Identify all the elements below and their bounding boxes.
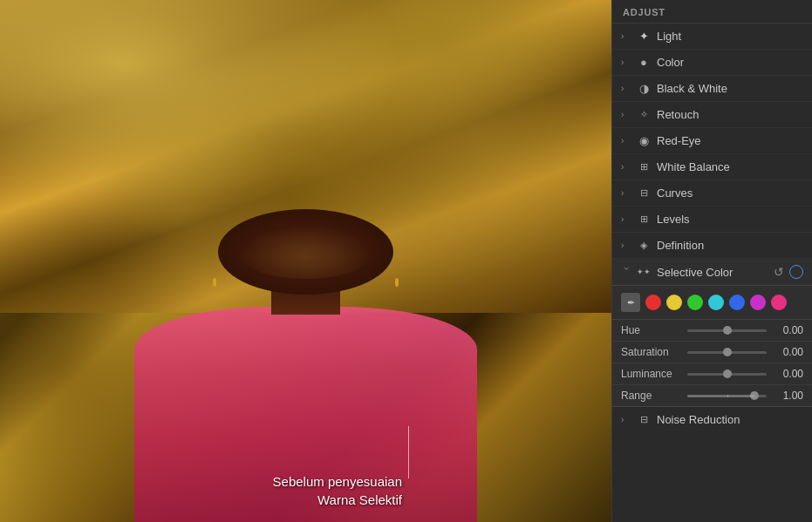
chevron-icon: › (621, 214, 631, 224)
range-label: Range (621, 390, 680, 402)
chevron-icon: › (621, 110, 631, 119)
luminance-slider[interactable] (687, 373, 767, 376)
adjust-item-color[interactable]: › ● Color (612, 50, 812, 76)
selective-color-actions: ↺ (774, 265, 803, 279)
red-eye-label: Red-Eye (657, 134, 803, 147)
curves-label: Curves (657, 186, 803, 200)
levels-icon: ⊞ (637, 214, 651, 225)
selective-color-toggle-button[interactable] (789, 265, 803, 279)
retouch-icon: ✧ (637, 109, 651, 120)
person-silhouette (61, 131, 550, 522)
white-balance-icon: ⊞ (637, 161, 651, 173)
saturation-slider[interactable] (687, 351, 767, 354)
saturation-value: 0.00 (774, 346, 803, 358)
luminance-value: 0.00 (774, 368, 803, 380)
noise-reduction-icon: ⊟ (637, 414, 651, 425)
color-icon: ● (637, 56, 651, 69)
tooltip-line2: Warna Selektif (273, 491, 402, 509)
saturation-label: Saturation (621, 346, 680, 358)
black-white-icon: ◑ (637, 82, 651, 95)
adjust-item-noise-reduction[interactable]: › ⊟ Noise Reduction (612, 407, 812, 432)
luminance-slider-row: Luminance 0.00 (612, 363, 812, 385)
swatch-purple[interactable] (750, 295, 766, 310)
selective-color-header[interactable]: › ✦✦ Selective Color ↺ (612, 259, 812, 286)
range-slider-row: Range 1.00 (612, 385, 812, 406)
adjust-item-retouch[interactable]: › ✧ Retouch (612, 102, 812, 128)
chevron-icon: › (621, 136, 631, 146)
hue-value: 0.00 (774, 324, 803, 336)
adjust-item-curves[interactable]: › ⊟ Curves (612, 180, 812, 207)
swatch-red[interactable] (645, 295, 661, 310)
tooltip-line (408, 426, 409, 478)
adjust-item-white-balance[interactable]: › ⊞ White Balance (612, 154, 812, 180)
retouch-label: Retouch (657, 108, 803, 121)
red-eye-icon: ◉ (637, 134, 651, 147)
saturation-slider-row: Saturation 0.00 (612, 342, 812, 363)
adjust-item-black-white[interactable]: › ◑ Black & White (612, 76, 812, 102)
selective-color-chevron: › (622, 267, 631, 277)
adjust-item-definition[interactable]: › ◈ Definition (612, 233, 812, 259)
color-label: Color (657, 56, 803, 69)
swatch-yellow[interactable] (666, 295, 682, 310)
swatch-green[interactable] (687, 295, 703, 310)
levels-label: Levels (657, 213, 803, 226)
right-panel: ADJUST › ✦ Light › ● Color › ◑ Black & W… (611, 0, 812, 522)
range-value: 1.00 (774, 390, 803, 402)
selective-color-label: Selective Color (657, 266, 774, 279)
chevron-icon: › (621, 241, 631, 250)
white-balance-label: White Balance (657, 160, 803, 173)
selective-color-icon: ✦✦ (637, 268, 651, 276)
chevron-icon: › (621, 84, 631, 93)
selective-color-reset-button[interactable]: ↺ (774, 265, 784, 279)
hue-label: Hue (621, 324, 680, 336)
curves-icon: ⊟ (637, 187, 651, 199)
noise-reduction-label: Noise Reduction (657, 413, 803, 426)
hue-slider[interactable] (687, 329, 767, 332)
swatch-magenta[interactable] (771, 295, 787, 310)
slider-section: Hue 0.00 Saturation 0.00 Luminance 0.00 (612, 320, 812, 407)
chevron-icon: › (621, 188, 631, 198)
adjust-item-red-eye[interactable]: › ◉ Red-Eye (612, 128, 812, 154)
panel-header: ADJUST (612, 0, 812, 24)
swatch-cyan[interactable] (708, 295, 724, 310)
chevron-icon: › (621, 31, 631, 41)
tooltip-container: Sebelum penyesuaian Warna Selektif (273, 472, 402, 509)
adjust-item-levels[interactable]: › ⊞ Levels (612, 207, 812, 233)
hue-slider-row: Hue 0.00 (612, 320, 812, 342)
photo-canvas (0, 0, 611, 522)
chevron-icon: › (621, 162, 631, 172)
swatch-blue[interactable] (729, 295, 745, 310)
definition-label: Definition (657, 239, 803, 252)
luminance-label: Luminance (621, 368, 680, 380)
color-swatches: ✒ (612, 286, 812, 320)
chevron-icon: › (621, 415, 631, 424)
photo-area: Sebelum penyesuaian Warna Selektif (0, 0, 611, 522)
range-slider[interactable] (687, 395, 767, 397)
eyedropper-button[interactable]: ✒ (621, 293, 640, 312)
chevron-icon: › (621, 58, 631, 67)
definition-icon: ◈ (637, 240, 651, 251)
tooltip-text: Sebelum penyesuaian Warna Selektif (273, 472, 402, 509)
adjust-item-light[interactable]: › ✦ Light (612, 24, 812, 50)
light-icon: ✦ (637, 30, 651, 43)
light-label: Light (657, 30, 803, 43)
tooltip-line1: Sebelum penyesuaian (273, 472, 402, 491)
black-white-label: Black & White (657, 82, 803, 95)
